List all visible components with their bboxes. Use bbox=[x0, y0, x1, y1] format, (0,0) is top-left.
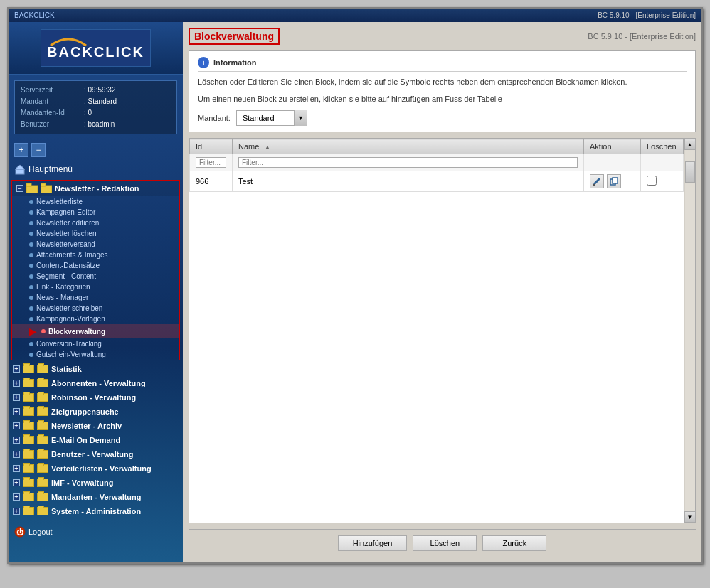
expand-icon: + bbox=[13, 493, 20, 501]
bullet-icon bbox=[29, 232, 33, 236]
sidebar-item-content-datensaetze[interactable]: Content-Datensätze bbox=[12, 260, 179, 271]
sidebar-item-gutschein-verwaltung[interactable]: Gutschein-Verwaltung bbox=[12, 349, 179, 360]
add-button[interactable]: Hinzufügen bbox=[338, 535, 408, 551]
sidebar-item-attachments[interactable]: Attachments & Images bbox=[12, 250, 179, 260]
sidebar-item-newsletter-loeschen[interactable]: Newsletter löschen bbox=[12, 228, 179, 239]
sidebar-item-benutzer[interactable]: + Benutzer - Verwaltung bbox=[9, 447, 183, 461]
col-header-loeschen: Löschen bbox=[641, 139, 684, 154]
svg-rect-5 bbox=[41, 183, 46, 186]
svg-marker-1 bbox=[15, 165, 25, 169]
sidebar-add-btn[interactable]: + bbox=[14, 143, 28, 157]
expand-icon: + bbox=[13, 380, 20, 387]
expand-icon: + bbox=[13, 508, 20, 515]
mandant-select[interactable]: Standard ▼ bbox=[236, 110, 307, 126]
expand-icon: + bbox=[13, 479, 20, 486]
bullet-icon bbox=[29, 342, 33, 346]
cell-id: 966 bbox=[190, 171, 233, 192]
info-text-2: Um einen neuen Block zu erstellen, klick… bbox=[198, 93, 687, 105]
table-body: 966 Test bbox=[190, 171, 684, 192]
folder-icon bbox=[37, 507, 48, 515]
sidebar-item-conversion-tracking[interactable]: Conversion-Tracking bbox=[12, 338, 179, 349]
filter-name-input[interactable] bbox=[238, 157, 578, 168]
sidebar-item-hauptmenu[interactable]: Hauptmenü bbox=[9, 160, 183, 178]
sidebar-item-newsletterliste[interactable]: Newsletterliste bbox=[12, 196, 179, 207]
sidebar-item-segment-content[interactable]: Segment - Content bbox=[12, 271, 179, 282]
table-panel: Id Name ▲ Aktion Löschen bbox=[189, 138, 696, 523]
folder-icon bbox=[37, 436, 48, 444]
svg-rect-4 bbox=[41, 186, 52, 193]
sidebar-item-statistik[interactable]: + Statistik bbox=[9, 362, 183, 376]
col-header-name[interactable]: Name ▲ bbox=[233, 139, 584, 154]
sidebar-item-imf[interactable]: + IMF - Verwaltung bbox=[9, 476, 183, 490]
title-bar: BACKCLICK BC 5.9.10 - [Enterprise Editio… bbox=[9, 9, 701, 22]
sidebar-item-robinson[interactable]: + Robinson - Verwaltung bbox=[9, 390, 183, 405]
sidebar-item-system[interactable]: + System - Administration bbox=[9, 504, 183, 518]
sidebar-item-kampagnen-vorlagen[interactable]: Kampagnen-Vorlagen bbox=[12, 314, 179, 324]
page-title: Blockverwaltung bbox=[189, 28, 280, 45]
expand-icon: + bbox=[13, 465, 20, 472]
folder-icon bbox=[23, 493, 34, 501]
expand-icon: + bbox=[13, 422, 20, 429]
version-info: BC 5.9.10 - [Enterprise Edition] bbox=[598, 11, 696, 19]
bullet-icon bbox=[29, 296, 33, 300]
svg-rect-12 bbox=[613, 178, 618, 183]
expand-icon: + bbox=[13, 408, 20, 415]
expand-icon: + bbox=[13, 451, 20, 458]
info-panel-header: i Information bbox=[198, 57, 687, 72]
folder-icon bbox=[37, 422, 48, 430]
sidebar-item-newsletter-archiv[interactable]: + Newsletter - Archiv bbox=[9, 419, 183, 433]
filter-id-input[interactable] bbox=[196, 157, 226, 168]
edit-icon bbox=[593, 177, 601, 186]
expand-icon: + bbox=[13, 437, 20, 444]
folder-icon bbox=[37, 365, 48, 373]
bullet-icon bbox=[29, 317, 33, 321]
scrollbar-up-btn[interactable]: ▲ bbox=[684, 139, 696, 150]
sidebar-item-newsletter-schreiben[interactable]: Newsletter schreiben bbox=[12, 303, 179, 314]
sidebar-item-newsletter-editieren[interactable]: Newsletter editieren bbox=[12, 218, 179, 228]
svg-rect-2 bbox=[26, 186, 38, 193]
folder-open-icon bbox=[26, 183, 38, 193]
arrow-indicator: ▶ bbox=[29, 326, 37, 337]
sidebar-item-blockverwaltung[interactable]: ▶ Blockverwaltung bbox=[12, 324, 179, 338]
logo-text: BACKCLICK bbox=[47, 44, 144, 60]
info-text-1: Löschen oder Editieren Sie einen Block, … bbox=[198, 76, 687, 87]
bullet-icon bbox=[29, 264, 33, 268]
folder-icon bbox=[37, 393, 48, 402]
folder-icon bbox=[23, 436, 34, 444]
back-button[interactable]: Zurück bbox=[482, 535, 546, 551]
bullet-icon bbox=[29, 353, 33, 357]
folder-icon bbox=[23, 422, 34, 430]
edit-btn[interactable] bbox=[590, 174, 604, 188]
sidebar-item-verteilerlisten[interactable]: + Verteilerlisten - Verwaltung bbox=[9, 461, 183, 476]
sidebar-item-logout[interactable]: ⏻ Logout bbox=[9, 524, 183, 540]
scrollbar-area bbox=[685, 150, 695, 511]
scrollbar-down-btn[interactable]: ▼ bbox=[684, 511, 696, 523]
folder-icon bbox=[23, 379, 34, 387]
newsletter-section-header[interactable]: − Newsletter - Redaktion bbox=[12, 181, 179, 196]
server-info: Serverzeit : 09:59:32 Mandant : Standard… bbox=[14, 80, 177, 134]
bullet-icon bbox=[29, 274, 33, 279]
sidebar-remove-btn[interactable]: − bbox=[31, 143, 46, 157]
expand-icon: + bbox=[13, 394, 20, 401]
folder-icon bbox=[37, 450, 48, 459]
mandant-dropdown-btn[interactable]: ▼ bbox=[294, 110, 307, 126]
scrollbar-thumb[interactable] bbox=[685, 161, 695, 183]
svg-text:⏻: ⏻ bbox=[16, 528, 24, 536]
sidebar-item-newsletterversand[interactable]: Newsletterversand bbox=[12, 239, 179, 250]
delete-checkbox[interactable] bbox=[647, 176, 657, 186]
sidebar-item-email-on-demand[interactable]: + E-Mail On Demand bbox=[9, 433, 183, 447]
sidebar-item-news-manager[interactable]: News - Manager bbox=[12, 292, 179, 303]
sidebar-item-zielgruppensuche[interactable]: + Zielgruppensuche bbox=[9, 405, 183, 419]
bullet-icon bbox=[41, 329, 46, 333]
filter-id-cell bbox=[190, 154, 233, 171]
copy-btn[interactable] bbox=[607, 174, 621, 188]
sidebar-item-link-kategorien[interactable]: Link - Kategorien bbox=[12, 282, 179, 292]
sort-arrow: ▲ bbox=[264, 144, 270, 151]
filter-loeschen-cell bbox=[641, 154, 684, 171]
sidebar-item-kampagnen-editor[interactable]: Kampagnen-Editor bbox=[12, 207, 179, 218]
col-header-id[interactable]: Id bbox=[190, 139, 233, 154]
sidebar-item-mandanten[interactable]: + Mandanten - Verwaltung bbox=[9, 490, 183, 504]
folder-icon bbox=[23, 365, 34, 373]
sidebar-item-abonnenten[interactable]: + Abonnenten - Verwaltung bbox=[9, 376, 183, 390]
delete-button[interactable]: Löschen bbox=[413, 535, 477, 551]
